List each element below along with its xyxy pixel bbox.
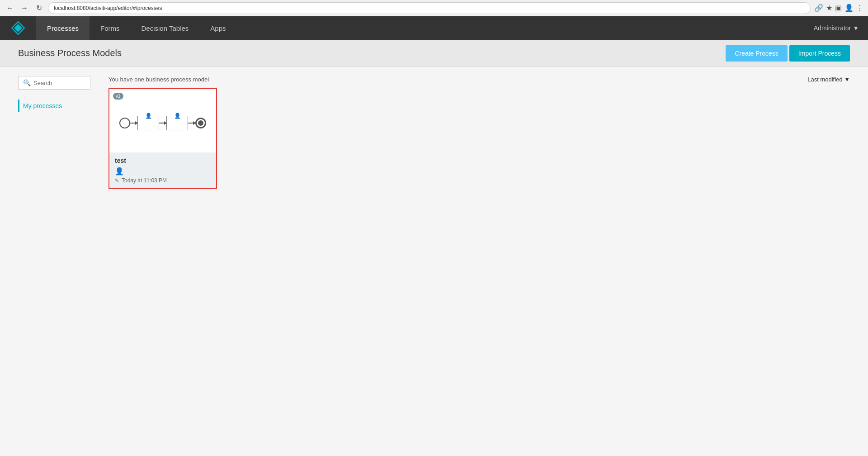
nav-tab-processes[interactable]: Processes: [36, 16, 90, 40]
process-card[interactable]: v1 👤 👤 test 👤: [108, 88, 217, 189]
process-modified-date: Today at 11:03 PM: [122, 177, 167, 184]
arrow-1: [130, 123, 137, 124]
browser-actions: 🔗 ★ ▣ 👤 ⋮: [814, 4, 863, 12]
main-content: 🔍 My processes You have one business pro…: [0, 67, 868, 198]
sidebar-item-label: My processes: [23, 102, 62, 109]
version-badge: v1: [113, 93, 123, 100]
process-preview: v1 👤 👤: [109, 89, 216, 152]
arrow-2: [159, 123, 166, 124]
nav-tab-decision-tables[interactable]: Decision Tables: [131, 16, 200, 40]
process-meta: 👤: [115, 167, 211, 176]
back-button[interactable]: ←: [5, 3, 15, 14]
sidebar-item-my-processes[interactable]: My processes: [18, 100, 99, 112]
top-navigation: Processes Forms Decision Tables Apps Adm…: [0, 16, 868, 40]
page-title: Business Process Models: [18, 48, 726, 58]
search-box[interactable]: 🔍: [18, 76, 90, 90]
sidebar-section: My processes: [18, 97, 99, 115]
edit-icon: ✎: [115, 178, 119, 184]
task-box-2: 👤: [166, 116, 188, 130]
nav-tabs: Processes Forms Decision Tables Apps: [36, 16, 237, 40]
list-count: You have one business process model: [108, 76, 209, 83]
process-list: You have one business process model Last…: [108, 76, 850, 189]
create-process-button[interactable]: Create Process: [726, 45, 787, 62]
url-text: localhost:8080/activiti-app/editor/#/pro…: [54, 5, 162, 11]
process-name: test: [115, 157, 211, 164]
search-input[interactable]: [33, 80, 85, 86]
forward-button[interactable]: →: [19, 3, 30, 14]
logo-area[interactable]: [0, 21, 36, 35]
tablet-icon[interactable]: ▣: [835, 4, 842, 12]
arrow-3: [188, 123, 195, 124]
process-owner-icon: 👤: [115, 167, 124, 176]
sub-header: Business Process Models Create Process I…: [0, 40, 868, 67]
nav-tab-forms[interactable]: Forms: [90, 16, 131, 40]
user-profile-icon[interactable]: 👤: [844, 4, 854, 12]
menu-icon[interactable]: ⋮: [856, 4, 863, 12]
reload-button[interactable]: ↻: [33, 3, 44, 14]
browser-chrome: ← → ↻ localhost:8080/activiti-app/editor…: [0, 0, 868, 16]
import-process-button[interactable]: Import Process: [789, 45, 850, 62]
sort-button[interactable]: Last modified ▼: [807, 76, 850, 83]
task-box-1: 👤: [137, 116, 159, 130]
nav-tab-apps[interactable]: Apps: [199, 16, 236, 40]
admin-menu[interactable]: Administrator ▼: [805, 24, 868, 32]
search-icon: 🔍: [23, 79, 31, 86]
start-event: [119, 118, 130, 128]
process-info: test 👤 ✎ Today at 11:03 PM: [109, 152, 216, 188]
task-user-icon-2: 👤: [174, 113, 181, 119]
task-user-icon-1: 👤: [145, 113, 152, 119]
app-logo: [11, 21, 25, 35]
bookmark-icon[interactable]: ★: [826, 4, 832, 12]
end-event: [195, 118, 206, 128]
list-header: You have one business process model Last…: [108, 76, 850, 83]
sidebar: 🔍 My processes: [18, 76, 99, 189]
process-diagram: 👤 👤: [119, 116, 206, 130]
share-icon[interactable]: 🔗: [814, 4, 823, 12]
process-edit-date: ✎ Today at 11:03 PM: [115, 177, 211, 184]
address-bar[interactable]: localhost:8080/activiti-app/editor/#/pro…: [48, 2, 811, 14]
